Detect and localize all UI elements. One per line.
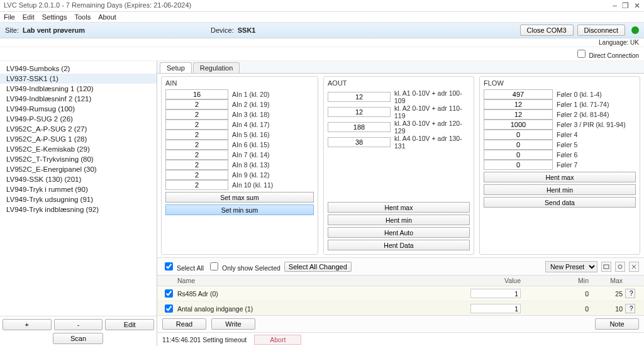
menu-tools[interactable]: Tools xyxy=(74,13,91,21)
open-preset-icon[interactable] xyxy=(601,262,611,272)
flow-value-input[interactable] xyxy=(484,109,553,120)
ain-row: AIn 4 (kl. 17) xyxy=(165,120,314,130)
edit-device-button[interactable]: Edit xyxy=(105,319,154,330)
read-button[interactable]: Read xyxy=(162,318,206,330)
tree-item[interactable]: LV949-Indblæsninf 2 (121) xyxy=(0,94,157,104)
tree-item[interactable]: LV952C_E-Kemiskab (29) xyxy=(0,144,157,154)
ain-label: AIn 3 (kl. 18) xyxy=(232,111,314,118)
param-help-button[interactable]: ? xyxy=(625,304,635,313)
param-checkbox[interactable] xyxy=(165,304,173,313)
flow-row: Føler 6 xyxy=(484,150,636,160)
tree-item[interactable]: LV949-Tryk i rummet (90) xyxy=(0,184,157,194)
flow-label: Føler 5 xyxy=(557,141,636,148)
flow-value-input[interactable] xyxy=(484,160,553,170)
flow-value-input[interactable] xyxy=(484,150,553,160)
tab-regulation[interactable]: Regulation xyxy=(193,62,240,73)
ain-label: AIn 10 (kl. 11) xyxy=(232,181,314,189)
select-all-checkbox[interactable]: Select All xyxy=(162,260,204,272)
close-com-button[interactable]: Close COM3 xyxy=(520,25,574,36)
tree-item[interactable]: LV952C_A-P-SUG 2 (27) xyxy=(0,124,157,134)
tree-item[interactable]: LV949-Tryk indblæsning (92) xyxy=(0,204,157,215)
select-all-changed-button[interactable]: Select All Changed xyxy=(284,262,352,272)
param-checkbox[interactable] xyxy=(165,289,173,298)
flow-value-input[interactable] xyxy=(484,140,553,150)
minimize-icon[interactable]: – xyxy=(613,1,617,10)
ain-row: AIn 9 (kl. 12) xyxy=(165,170,314,180)
ain-panel: AIN AIn 1 (kl. 20)AIn 2 (kl. 19)AIn 3 (k… xyxy=(161,76,318,255)
hent-min-button[interactable]: Hent min xyxy=(328,215,470,225)
flow-panel: FLOW Føler 0 (kl. 1-4)Føler 1 (kl. 71-74… xyxy=(479,76,640,255)
param-header: Name Value Min Max xyxy=(157,276,644,286)
menu-about[interactable]: About xyxy=(98,13,116,21)
flow-label: Føler 3 / PIR (kl. 91-94) xyxy=(557,121,636,128)
ain-value-input[interactable] xyxy=(165,170,228,180)
aout-value-input[interactable] xyxy=(328,92,391,102)
tree-item[interactable]: LV952C_T-Trykvisning (80) xyxy=(0,154,157,164)
maximize-icon[interactable]: ❐ xyxy=(622,1,629,10)
flow-row: Føler 7 xyxy=(484,160,636,170)
menu-edit[interactable]: Edit xyxy=(23,13,35,21)
tree-item[interactable]: LV949-P-SUG 2 (26) xyxy=(0,114,157,124)
flow-value-input[interactable] xyxy=(484,120,553,130)
ain-value-input[interactable] xyxy=(165,109,228,120)
ain-value-input[interactable] xyxy=(165,89,228,99)
direct-connection-checkbox[interactable]: Direct Connection xyxy=(575,52,639,59)
tree-item[interactable]: LV937-SSK1 (1) xyxy=(0,74,157,84)
only-selected-checkbox[interactable]: Only show Selected xyxy=(208,260,280,272)
add-device-button[interactable]: + xyxy=(3,319,52,330)
set-max-sum-button[interactable]: Set max sum xyxy=(165,192,314,203)
hent-max-button[interactable]: Hent max xyxy=(328,202,470,213)
tree-item[interactable]: LV949-Rumsug (100) xyxy=(0,104,157,114)
flow-value-input[interactable] xyxy=(484,99,553,109)
flow-label: Føler 6 xyxy=(557,151,636,159)
flow-hent-min-button[interactable]: Hent min xyxy=(484,184,636,195)
param-min: 0 xyxy=(557,290,589,298)
delete-preset-icon[interactable] xyxy=(629,262,639,272)
flow-label: Føler 7 xyxy=(557,161,636,169)
tree-item[interactable]: LV949-SSK (130) (201) xyxy=(0,174,157,184)
scan-button[interactable]: Scan xyxy=(53,333,103,344)
ain-value-input[interactable] xyxy=(165,140,228,150)
send-data-button[interactable]: Send data xyxy=(484,197,636,208)
tree-item[interactable]: LV952C_E-Energipanel (30) xyxy=(0,164,157,174)
aout-label: kl. A1 0-10V + adr 100-109 xyxy=(394,89,470,104)
abort-button[interactable]: Abort xyxy=(254,335,301,345)
ain-value-input[interactable] xyxy=(165,180,228,190)
preset-select[interactable]: New Preset xyxy=(545,261,597,272)
aout-value-input[interactable] xyxy=(328,137,391,147)
aout-value-input[interactable] xyxy=(328,107,391,117)
flow-hent-max-button[interactable]: Hent max xyxy=(484,172,636,182)
write-button[interactable]: Write xyxy=(211,318,255,330)
flow-value-input[interactable] xyxy=(484,89,553,99)
flow-value-input[interactable] xyxy=(484,130,553,140)
disconnect-button[interactable]: Disconnect xyxy=(577,25,625,36)
hent-data-button[interactable]: Hent Data xyxy=(328,240,470,250)
menu-file[interactable]: File xyxy=(4,13,15,21)
param-value-input[interactable] xyxy=(470,289,521,298)
tree-item[interactable]: LV949-Sumboks (2) xyxy=(0,64,157,74)
param-help-button[interactable]: ? xyxy=(625,289,635,298)
tree-item[interactable]: LV949-Indblæsning 1 (120) xyxy=(0,84,157,94)
ain-value-input[interactable] xyxy=(165,160,228,170)
set-min-sum-button[interactable]: Set min sum xyxy=(165,204,314,215)
tree-item[interactable]: LV952C_A-P-SUG 1 (28) xyxy=(0,134,157,144)
close-icon[interactable]: ✕ xyxy=(634,1,640,10)
settings-icon[interactable] xyxy=(615,262,625,272)
aout-label: kl. A3 0-10V + adr 120-129 xyxy=(394,120,470,135)
hent-auto-button[interactable]: Hent Auto xyxy=(328,227,470,238)
ain-value-input[interactable] xyxy=(165,130,228,140)
ain-value-input[interactable] xyxy=(165,150,228,160)
note-button[interactable]: Note xyxy=(595,318,639,330)
remove-device-button[interactable]: - xyxy=(54,319,103,330)
tree-item[interactable]: LV949-Tryk udsugning (91) xyxy=(0,194,157,204)
aout-value-input[interactable] xyxy=(328,122,391,132)
param-row: Antal analog indgange (1)010? xyxy=(157,301,644,315)
param-value-input[interactable] xyxy=(470,304,521,313)
site-label: Site: xyxy=(5,26,19,34)
menu-settings[interactable]: Settings xyxy=(42,13,67,21)
ain-label: AIn 4 (kl. 17) xyxy=(232,121,314,128)
col-max: Max xyxy=(591,277,623,284)
ain-value-input[interactable] xyxy=(165,120,228,130)
ain-value-input[interactable] xyxy=(165,99,228,109)
tab-setup[interactable]: Setup xyxy=(160,62,192,73)
